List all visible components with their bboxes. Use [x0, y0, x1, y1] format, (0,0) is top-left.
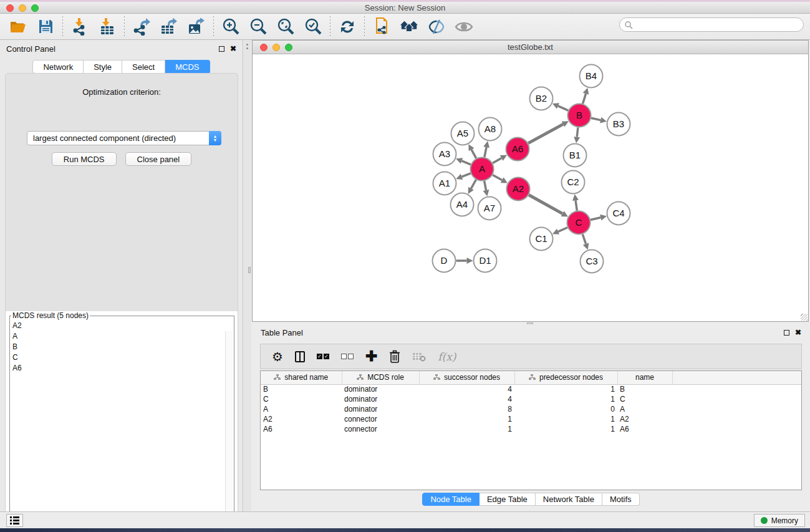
import-network-icon[interactable]: [70, 17, 89, 36]
cell-mcds_role[interactable]: dominator: [342, 394, 419, 404]
cell-shared_name[interactable]: A6: [261, 424, 342, 434]
zoom-selected-icon[interactable]: [304, 17, 322, 36]
column-header-MCDS-role[interactable]: MCDS role: [342, 371, 419, 384]
close-panel-button[interactable]: Close panel: [125, 152, 192, 166]
cell-successor_nodes[interactable]: 8: [419, 404, 514, 414]
export-network-icon[interactable]: [132, 17, 151, 36]
tab-motifs[interactable]: Motifs: [602, 493, 640, 506]
cell-predecessor_nodes[interactable]: 1: [514, 384, 617, 394]
edge-A-A7[interactable]: [485, 181, 486, 190]
edge-B-B1[interactable]: [577, 127, 578, 137]
mcds-result-item[interactable]: A2: [10, 320, 234, 331]
mcds-result-item[interactable]: B: [10, 341, 234, 352]
float-panel-icon[interactable]: [219, 46, 224, 52]
edge-A2-C[interactable]: [529, 195, 562, 213]
edge-B-B4[interactable]: [583, 94, 586, 104]
cell-mcds_role[interactable]: dominator: [342, 404, 419, 414]
mcds-result-item[interactable]: C: [10, 352, 234, 362]
cell-predecessor_nodes[interactable]: 1: [514, 424, 617, 434]
run-mcds-button[interactable]: Run MCDS: [52, 152, 117, 166]
refresh-layout-icon[interactable]: [338, 17, 357, 36]
cell-mcds_role[interactable]: connector: [342, 414, 419, 424]
graphics-details-icon[interactable]: [427, 17, 446, 36]
vertical-split-handle[interactable]: [248, 267, 251, 273]
gear-icon[interactable]: ⚙: [272, 351, 283, 363]
network-from-selection-icon[interactable]: [372, 17, 391, 36]
cell-successor_nodes[interactable]: 1: [419, 424, 514, 434]
table-row[interactable]: Adominator80A: [261, 404, 801, 414]
cell-name[interactable]: A6: [617, 424, 672, 434]
edge-A-A4[interactable]: [471, 180, 476, 188]
edge-C-C1[interactable]: [558, 228, 567, 232]
minimize-window-button[interactable]: [19, 4, 26, 12]
memory-button[interactable]: Memory: [754, 514, 805, 527]
cell-shared_name[interactable]: A: [261, 404, 342, 414]
edge-B-B3[interactable]: [591, 118, 600, 120]
split-divider[interactable]: [244, 40, 251, 511]
float-panel-icon[interactable]: [784, 330, 789, 336]
edge-C-C3[interactable]: [582, 234, 586, 244]
select-all-icon[interactable]: ✓✓: [317, 354, 329, 359]
cell-predecessor_nodes[interactable]: 1: [514, 414, 617, 424]
cell-mcds_role[interactable]: connector: [342, 424, 419, 434]
mcds-result-item[interactable]: A6: [10, 362, 234, 373]
cell-shared_name[interactable]: A2: [261, 414, 342, 424]
tab-mcds[interactable]: MCDS: [165, 60, 210, 74]
edge-A-A5[interactable]: [471, 150, 476, 158]
edge-A6-B[interactable]: [528, 124, 563, 143]
mcds-result-item[interactable]: A: [10, 331, 234, 341]
zoom-window-button[interactable]: [31, 4, 39, 12]
mcds-result-list[interactable]: A2ABCA6: [10, 320, 234, 518]
cell-predecessor_nodes[interactable]: 1: [514, 394, 617, 404]
edge-C-C2[interactable]: [576, 200, 577, 210]
search-input[interactable]: [633, 21, 795, 29]
edge-A-A2[interactable]: [493, 175, 502, 180]
column-header-predecessor-nodes[interactable]: predecessor nodes: [514, 371, 617, 384]
cell-successor_nodes[interactable]: 1: [419, 414, 514, 424]
export-image-icon[interactable]: [187, 17, 206, 36]
table-row[interactable]: Bdominator41B: [261, 384, 801, 394]
delete-column-icon[interactable]: [389, 350, 400, 363]
close-panel-icon[interactable]: ✖: [230, 45, 236, 52]
cell-name[interactable]: A: [617, 404, 672, 414]
edge-C-C4[interactable]: [591, 218, 600, 220]
node-table[interactable]: shared nameMCDS rolesuccessor nodesprede…: [260, 370, 802, 490]
task-history-button[interactable]: [6, 514, 23, 527]
zoom-in-icon[interactable]: [221, 17, 240, 36]
unselect-all-icon[interactable]: [341, 354, 354, 359]
tab-node-table[interactable]: Node Table: [422, 493, 480, 506]
table-row[interactable]: Cdominator41C: [261, 394, 801, 404]
column-header-shared-name[interactable]: shared name: [261, 371, 342, 384]
network-close-button[interactable]: [260, 44, 268, 51]
edge-A-A3[interactable]: [461, 161, 471, 165]
network-zoom-button[interactable]: [285, 44, 292, 51]
resize-grip-icon[interactable]: [801, 314, 808, 321]
tab-network-table[interactable]: Network Table: [536, 493, 602, 506]
network-graph[interactable]: B4B2BB3A8A5A6A3B1AC2A1A2A4A7C4CC1DD1C3: [253, 54, 809, 321]
edge-A-A8[interactable]: [485, 147, 486, 157]
cybrowser-home-icon[interactable]: [400, 17, 418, 36]
cell-shared_name[interactable]: B: [261, 384, 342, 394]
table-row[interactable]: A2connector11A2: [261, 414, 801, 424]
cell-successor_nodes[interactable]: 4: [419, 384, 514, 394]
open-file-icon[interactable]: [9, 17, 27, 36]
zoom-fit-icon[interactable]: [276, 17, 295, 36]
cell-successor_nodes[interactable]: 4: [419, 394, 514, 404]
network-minimize-button[interactable]: [272, 44, 280, 51]
cell-shared_name[interactable]: C: [261, 394, 342, 404]
network-window-titlebar[interactable]: testGlobe.txt: [253, 41, 808, 54]
cell-name[interactable]: A2: [617, 414, 672, 424]
cell-predecessor_nodes[interactable]: 0: [514, 404, 617, 414]
edge-B-B2[interactable]: [558, 106, 568, 110]
table-row[interactable]: A6connector11A6: [261, 424, 801, 434]
close-window-button[interactable]: [6, 4, 14, 12]
close-panel-icon[interactable]: ✖: [795, 329, 801, 336]
column-chooser-icon[interactable]: [295, 351, 305, 362]
tab-network[interactable]: Network: [32, 60, 84, 74]
tab-select[interactable]: Select: [122, 60, 165, 74]
zoom-out-icon[interactable]: [249, 17, 268, 36]
export-table-icon[interactable]: [160, 17, 178, 36]
cell-mcds_role[interactable]: dominator: [342, 384, 419, 394]
import-table-icon[interactable]: [98, 17, 117, 36]
cell-name[interactable]: B: [617, 384, 672, 394]
